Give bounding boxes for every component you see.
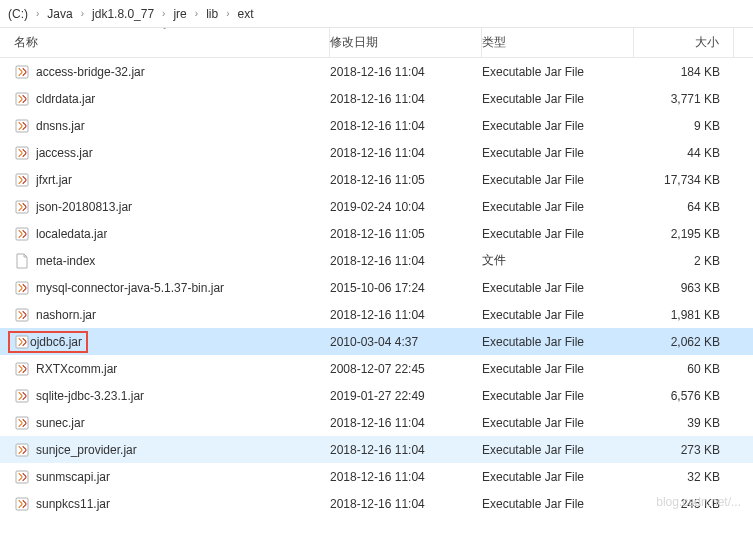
- file-name-label: ojdbc6.jar: [30, 335, 82, 349]
- file-row[interactable]: sunjce_provider.jar2018-12-16 11:04Execu…: [0, 436, 753, 463]
- file-type-cell: Executable Jar File: [482, 173, 634, 187]
- jar-file-icon: [14, 496, 30, 512]
- file-row[interactable]: json-20180813.jar2019-02-24 10:04Executa…: [0, 193, 753, 220]
- file-name-cell[interactable]: sunpkcs11.jar: [0, 496, 330, 512]
- file-row[interactable]: sunpkcs11.jar2018-12-16 11:04Executable …: [0, 490, 753, 517]
- file-size-cell: 2 KB: [634, 254, 734, 268]
- file-name-cell[interactable]: jfxrt.jar: [0, 172, 330, 188]
- file-row[interactable]: dnsns.jar2018-12-16 11:04Executable Jar …: [0, 112, 753, 139]
- file-name-cell[interactable]: dnsns.jar: [0, 118, 330, 134]
- jar-file-icon: [14, 91, 30, 107]
- column-header-type[interactable]: 类型: [482, 28, 634, 57]
- file-type-cell: Executable Jar File: [482, 362, 634, 376]
- file-type-cell: Executable Jar File: [482, 65, 634, 79]
- jar-file-icon: [14, 280, 30, 296]
- file-row[interactable]: sqlite-jdbc-3.23.1.jar2019-01-27 22:49Ex…: [0, 382, 753, 409]
- file-name-label: sunjce_provider.jar: [36, 443, 137, 457]
- file-row[interactable]: jfxrt.jar2018-12-16 11:05Executable Jar …: [0, 166, 753, 193]
- file-size-cell: 3,771 KB: [634, 92, 734, 106]
- file-row[interactable]: nashorn.jar2018-12-16 11:04Executable Ja…: [0, 301, 753, 328]
- file-name-cell[interactable]: sunmscapi.jar: [0, 469, 330, 485]
- file-size-cell: 39 KB: [634, 416, 734, 430]
- breadcrumb-item[interactable]: jre: [171, 7, 188, 21]
- file-name-cell[interactable]: sunec.jar: [0, 415, 330, 431]
- file-row[interactable]: meta-index2018-12-16 11:04文件2 KB: [0, 247, 753, 274]
- file-name-label: localedata.jar: [36, 227, 107, 241]
- generic-file-icon: [14, 253, 30, 269]
- file-row[interactable]: ojdbc6.jar2010-03-04 4:37Executable Jar …: [0, 328, 753, 355]
- jar-file-icon: [14, 334, 30, 350]
- file-name-cell[interactable]: localedata.jar: [0, 226, 330, 242]
- file-name-cell[interactable]: cldrdata.jar: [0, 91, 330, 107]
- file-name-cell[interactable]: json-20180813.jar: [0, 199, 330, 215]
- jar-file-icon: [14, 226, 30, 242]
- breadcrumb-item[interactable]: ext: [236, 7, 256, 21]
- jar-file-icon: [14, 64, 30, 80]
- column-header-label: 类型: [482, 34, 506, 51]
- file-date-cell: 2018-12-16 11:04: [330, 65, 482, 79]
- file-row[interactable]: localedata.jar2018-12-16 11:05Executable…: [0, 220, 753, 247]
- file-row[interactable]: access-bridge-32.jar2018-12-16 11:04Exec…: [0, 58, 753, 85]
- file-name-cell[interactable]: RXTXcomm.jar: [0, 361, 330, 377]
- column-header-name[interactable]: ˆ 名称: [0, 28, 330, 57]
- file-type-cell: Executable Jar File: [482, 416, 634, 430]
- file-type-cell: Executable Jar File: [482, 497, 634, 511]
- column-header-date[interactable]: 修改日期: [330, 28, 482, 57]
- file-name-cell[interactable]: sqlite-jdbc-3.23.1.jar: [0, 388, 330, 404]
- breadcrumb-item[interactable]: Java: [45, 7, 74, 21]
- chevron-right-icon: ›: [220, 8, 235, 19]
- breadcrumb-item[interactable]: lib: [204, 7, 220, 21]
- file-type-cell: Executable Jar File: [482, 92, 634, 106]
- file-name-label: sunmscapi.jar: [36, 470, 110, 484]
- file-name-cell[interactable]: ojdbc6.jar: [0, 331, 330, 353]
- column-header-label: 大小: [695, 34, 719, 51]
- file-size-cell: 64 KB: [634, 200, 734, 214]
- file-name-cell[interactable]: mysql-connector-java-5.1.37-bin.jar: [0, 280, 330, 296]
- breadcrumb[interactable]: (C:) › Java › jdk1.8.0_77 › jre › lib › …: [0, 0, 753, 28]
- file-type-cell: Executable Jar File: [482, 119, 634, 133]
- file-row[interactable]: sunec.jar2018-12-16 11:04Executable Jar …: [0, 409, 753, 436]
- chevron-right-icon: ›: [156, 8, 171, 19]
- file-date-cell: 2018-12-16 11:04: [330, 443, 482, 457]
- file-name-cell[interactable]: access-bridge-32.jar: [0, 64, 330, 80]
- file-size-cell: 245 KB: [634, 497, 734, 511]
- file-size-cell: 1,981 KB: [634, 308, 734, 322]
- file-row[interactable]: sunmscapi.jar2018-12-16 11:04Executable …: [0, 463, 753, 490]
- file-size-cell: 6,576 KB: [634, 389, 734, 403]
- file-name-label: sunec.jar: [36, 416, 85, 430]
- file-type-cell: Executable Jar File: [482, 470, 634, 484]
- chevron-right-icon: ›: [30, 8, 45, 19]
- file-date-cell: 2018-12-16 11:04: [330, 92, 482, 106]
- sort-ascending-icon: ˆ: [163, 26, 166, 35]
- file-name-cell[interactable]: meta-index: [0, 253, 330, 269]
- file-name-label: jaccess.jar: [36, 146, 93, 160]
- file-date-cell: 2019-01-27 22:49: [330, 389, 482, 403]
- file-size-cell: 2,195 KB: [634, 227, 734, 241]
- file-size-cell: 44 KB: [634, 146, 734, 160]
- file-name-label: jfxrt.jar: [36, 173, 72, 187]
- file-name-label: cldrdata.jar: [36, 92, 95, 106]
- file-name-label: meta-index: [36, 254, 95, 268]
- jar-file-icon: [14, 469, 30, 485]
- file-size-cell: 17,734 KB: [634, 173, 734, 187]
- file-type-cell: 文件: [482, 252, 634, 269]
- file-row[interactable]: RXTXcomm.jar2008-12-07 22:45Executable J…: [0, 355, 753, 382]
- breadcrumb-item[interactable]: jdk1.8.0_77: [90, 7, 156, 21]
- file-type-cell: Executable Jar File: [482, 389, 634, 403]
- file-date-cell: 2018-12-16 11:04: [330, 497, 482, 511]
- file-date-cell: 2018-12-16 11:04: [330, 416, 482, 430]
- file-row[interactable]: jaccess.jar2018-12-16 11:04Executable Ja…: [0, 139, 753, 166]
- file-date-cell: 2018-12-16 11:05: [330, 173, 482, 187]
- column-header-size[interactable]: 大小: [634, 28, 734, 57]
- file-row[interactable]: cldrdata.jar2018-12-16 11:04Executable J…: [0, 85, 753, 112]
- file-type-cell: Executable Jar File: [482, 227, 634, 241]
- file-row[interactable]: mysql-connector-java-5.1.37-bin.jar2015-…: [0, 274, 753, 301]
- file-size-cell: 184 KB: [634, 65, 734, 79]
- jar-file-icon: [14, 145, 30, 161]
- chevron-right-icon: ›: [75, 8, 90, 19]
- file-name-cell[interactable]: jaccess.jar: [0, 145, 330, 161]
- breadcrumb-item[interactable]: (C:): [6, 7, 30, 21]
- file-name-cell[interactable]: sunjce_provider.jar: [0, 442, 330, 458]
- file-name-cell[interactable]: nashorn.jar: [0, 307, 330, 323]
- file-name-label: RXTXcomm.jar: [36, 362, 117, 376]
